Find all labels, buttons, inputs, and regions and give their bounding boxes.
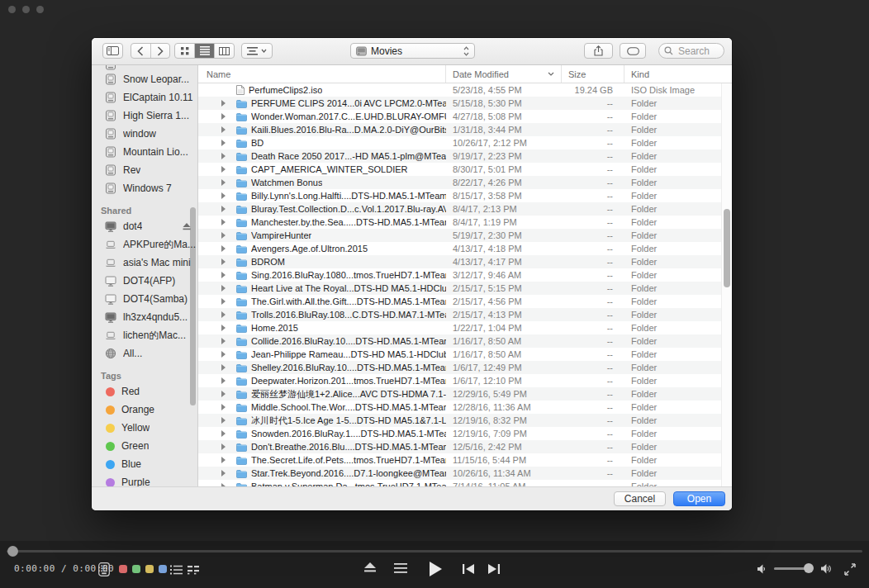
- disclosure-triangle-icon[interactable]: [221, 100, 230, 107]
- disclosure-triangle-icon[interactable]: [221, 126, 230, 133]
- disclosure-triangle-icon[interactable]: [221, 272, 230, 278]
- sidebar-scrollbar[interactable]: [190, 207, 196, 405]
- location-popup[interactable]: Movies: [350, 43, 475, 59]
- disclosure-triangle-icon[interactable]: [221, 258, 230, 265]
- file-row[interactable]: Snowden.2016.BluRay.1....DTS-HD.MA5.1-MT…: [198, 427, 732, 440]
- file-row[interactable]: Kaili.Blues.2016.Blu-Ra...D.MA.2.0-DiY@O…: [198, 123, 732, 136]
- previous-icon[interactable]: [463, 564, 475, 574]
- sidebar-item-device[interactable]: ElCaptain 10.11: [92, 88, 197, 107]
- disclosure-triangle-icon[interactable]: [221, 430, 230, 437]
- disclosure-triangle-icon[interactable]: [221, 443, 230, 450]
- color-tag-button[interactable]: [159, 565, 167, 573]
- fullscreen-icon[interactable]: [843, 563, 857, 576]
- file-row[interactable]: Watchmen Bonus 8/22/17, 4:26 PM -- Folde…: [198, 176, 732, 189]
- next-icon[interactable]: [487, 564, 500, 574]
- sidebar-item-shared[interactable]: All...: [92, 344, 197, 363]
- disclosure-triangle-icon[interactable]: [221, 153, 230, 159]
- disclosure-triangle-icon[interactable]: [221, 470, 230, 477]
- volume-high-icon[interactable]: [821, 563, 833, 574]
- file-row[interactable]: The.Girl.with.All.the.Gift....DTS-HD.MA5…: [198, 295, 732, 308]
- chapters-icon[interactable]: [188, 565, 199, 575]
- file-row[interactable]: BD 10/26/17, 2:12 PM -- Folder: [198, 136, 732, 149]
- open-button[interactable]: Open: [673, 491, 725, 506]
- sidebar-item-shared[interactable]: dot4: [92, 217, 197, 235]
- sidebar-item-device[interactable]: High Sierra 1...: [92, 107, 197, 125]
- file-row[interactable]: Star.Trek.Beyond.2016....D7.1-loongkee@M…: [198, 467, 732, 480]
- column-header-kind[interactable]: Kind: [624, 65, 732, 83]
- disclosure-triangle-icon[interactable]: [221, 179, 230, 186]
- minimize-button[interactable]: [22, 6, 30, 13]
- color-tag-button[interactable]: [119, 565, 127, 573]
- sidebar-item-tag[interactable]: Orange: [92, 401, 197, 419]
- file-row[interactable]: Collide.2016.BluRay.10....DTS-HD.MA5.1-M…: [198, 334, 732, 348]
- sidebar-item-shared[interactable]: DOT4(AFP): [92, 272, 197, 290]
- volume-low-icon[interactable]: [757, 564, 766, 574]
- file-row[interactable]: The.Secret.Life.of.Pets....tmos.TrueHD7.…: [198, 453, 732, 467]
- file-row[interactable]: Home.2015 1/22/17, 1:04 PM -- Folder: [198, 321, 732, 334]
- sidebar-item-device[interactable]: Windows 7: [92, 179, 197, 197]
- sidebar-item-shared[interactable]: DOT4(Samba): [92, 290, 197, 308]
- column-header-date-modified[interactable]: Date Modified: [446, 65, 562, 83]
- sidebar-item-shared[interactable]: lichen的Mac...: [92, 326, 197, 344]
- color-tag-button[interactable]: [132, 565, 140, 573]
- back-button[interactable]: [131, 44, 150, 58]
- sidebar-item-shared[interactable]: lh3zx4qndu5...: [92, 308, 197, 326]
- disclosure-triangle-icon[interactable]: [221, 417, 230, 424]
- file-row[interactable]: Sing.2016.BluRay.1080...tmos.TrueHD7.1-M…: [198, 268, 732, 282]
- scrollbar-track[interactable]: [721, 83, 732, 486]
- disclosure-triangle-icon[interactable]: [221, 298, 230, 305]
- file-row[interactable]: Shelley.2016.BluRay.10....DTS-HD.MA5.1-M…: [198, 361, 732, 374]
- file-row[interactable]: Wonder.Woman.2017.C...E.UHD.BLURAY-OMFUG…: [198, 110, 732, 123]
- sidebar-item-tag[interactable]: Green: [92, 437, 197, 455]
- disclosure-triangle-icon[interactable]: [221, 391, 230, 397]
- file-row[interactable]: Middle.School.The.Wor....DTS-HD.MA5.1-MT…: [198, 401, 732, 414]
- file-row[interactable]: Batman.v.Superman.Da...tmos.TrueHD7.1-MT…: [198, 480, 732, 486]
- file-row[interactable]: Jean-Philippe Rameau...DTS-HD MA5.1-HDCl…: [198, 348, 732, 361]
- disclosure-triangle-icon[interactable]: [221, 285, 230, 292]
- disclosure-triangle-icon[interactable]: [221, 457, 230, 463]
- file-row[interactable]: Billy.Lynn's.Long.Halfti....DTS-HD.MA5.1…: [198, 189, 732, 202]
- sidebar-item-device[interactable]: window: [92, 125, 197, 143]
- disclosure-triangle-icon[interactable]: [221, 192, 230, 199]
- disclosure-triangle-icon[interactable]: [221, 311, 230, 318]
- disclosure-triangle-icon[interactable]: [221, 351, 230, 358]
- file-row[interactable]: 冰川时代1-5.Ice Age 1-5...DTS-HD MA5.1&7.1-L…: [198, 414, 732, 427]
- sidebar-item-tag[interactable]: Yellow: [92, 419, 197, 437]
- toggle-sidebar-button[interactable]: [102, 43, 123, 59]
- sidebar-item-tag[interactable]: Red: [92, 382, 197, 401]
- file-row[interactable]: Trolls.2016.BluRay.108...C.DTS-HD.MA7.1-…: [198, 308, 732, 321]
- search-field[interactable]: [658, 43, 724, 59]
- disclosure-triangle-icon[interactable]: [221, 206, 230, 212]
- disclosure-triangle-icon[interactable]: [221, 140, 230, 146]
- zoom-button[interactable]: [36, 6, 44, 13]
- disclosure-triangle-icon[interactable]: [221, 377, 230, 384]
- file-row[interactable]: 爱丽丝梦游仙境1+2.Alice...AVC DTS-HDMA 7.1-LKS …: [198, 387, 732, 401]
- disclosure-triangle-icon[interactable]: [221, 113, 230, 120]
- search-input[interactable]: [677, 45, 724, 58]
- file-row[interactable]: Death Race 2050 2017...-HD MA5.1-plm@MTe…: [198, 149, 732, 163]
- list-scrollbar-thumb[interactable]: [724, 209, 730, 287]
- keypad-icon[interactable]: [98, 562, 110, 576]
- seek-slider[interactable]: [7, 550, 862, 552]
- sidebar-item-tag[interactable]: Purple: [92, 473, 197, 486]
- file-row[interactable]: PERFUME CLIPS 2014...0i AVC LPCM2.0-MTea…: [198, 97, 732, 110]
- file-row[interactable]: Avengers.Age.of.Ultron.2015 4/13/17, 4:1…: [198, 242, 732, 255]
- disclosure-triangle-icon[interactable]: [221, 338, 230, 344]
- menu-icon[interactable]: [394, 563, 407, 573]
- forward-button[interactable]: [151, 44, 170, 58]
- play-icon[interactable]: [430, 562, 442, 576]
- eject-icon[interactable]: [363, 562, 377, 573]
- share-button[interactable]: [584, 43, 613, 59]
- cancel-button[interactable]: Cancel: [614, 491, 666, 506]
- playlist-icon[interactable]: [170, 565, 183, 575]
- tags-button[interactable]: [620, 43, 646, 59]
- column-view-button[interactable]: [215, 44, 234, 58]
- file-row[interactable]: BDROM 4/13/17, 4:17 PM -- Folder: [198, 255, 732, 268]
- file-row[interactable]: CAPT_AMERICA_WINTER_SOLDIER 8/30/17, 5:0…: [198, 163, 732, 176]
- disclosure-triangle-icon[interactable]: [221, 245, 230, 252]
- file-row[interactable]: VampireHunter 5/19/17, 2:30 PM -- Folder: [198, 229, 732, 242]
- icon-view-button[interactable]: [175, 44, 195, 58]
- file-row[interactable]: PerfumeClips2.iso 5/23/18, 4:55 PM 19.24…: [198, 83, 732, 97]
- file-row[interactable]: Don't.Breathe.2016.Blu....DTS-HD.MA5.1-M…: [198, 440, 732, 453]
- list-view-button[interactable]: [195, 44, 215, 58]
